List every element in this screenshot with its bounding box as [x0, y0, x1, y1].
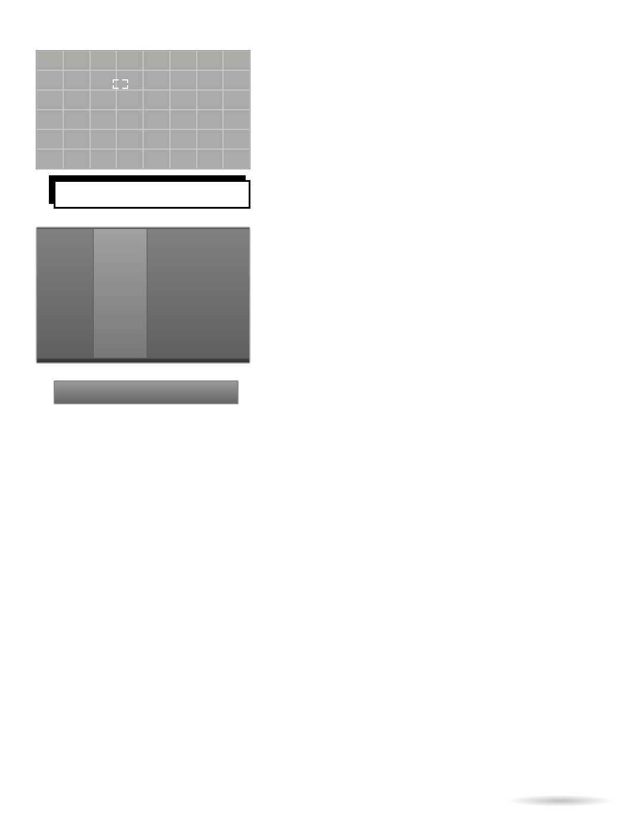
page-shadow	[507, 795, 614, 807]
left-column	[36, 48, 265, 411]
right-column	[283, 48, 608, 411]
figure2-bottom-text	[37, 359, 249, 363]
important-box	[54, 180, 250, 209]
figure3-transport-menu	[54, 380, 239, 404]
flashing-bracket-icon	[113, 79, 129, 91]
figure1-convergence-grid	[36, 50, 250, 169]
figure2-setup-menu	[36, 227, 250, 364]
